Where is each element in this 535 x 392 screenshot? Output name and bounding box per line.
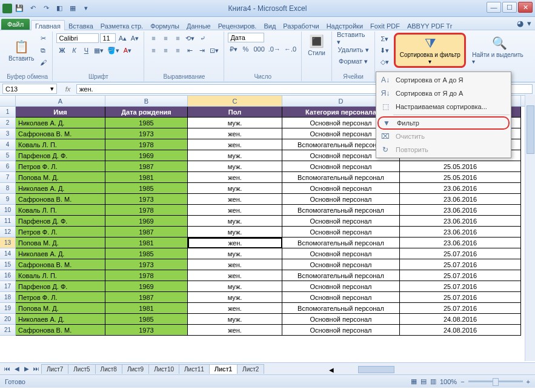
header-cell[interactable]: Имя (16, 107, 105, 118)
fill-icon[interactable]: ⬇▾ (379, 45, 390, 56)
row-header[interactable]: 15 (0, 259, 16, 270)
zoom-level[interactable]: 100% (440, 378, 457, 385)
help-icon[interactable]: ◕ (517, 19, 523, 28)
cell[interactable]: 1987 (105, 292, 188, 303)
cell[interactable]: Сафронова В. М. (16, 128, 105, 139)
cell[interactable]: 1978 (105, 270, 188, 281)
row-header[interactable]: 11 (0, 216, 16, 227)
cell[interactable]: муж. (188, 227, 282, 238)
underline-button[interactable]: Ч (81, 45, 91, 56)
row-header[interactable]: 16 (0, 270, 16, 281)
cut-icon[interactable]: ✂ (38, 33, 48, 44)
find-select-button[interactable]: 🔍Найти и выделить ▾ (470, 35, 529, 66)
redo-icon[interactable]: ↷ (40, 2, 52, 15)
cell[interactable]: Вспомогательный персонал (282, 303, 400, 314)
clear-icon[interactable]: ◇▾ (379, 56, 390, 67)
cell[interactable]: жен. (188, 139, 282, 150)
cell[interactable]: Сафронова В. М. (16, 194, 105, 205)
number-format-input[interactable] (228, 33, 264, 42)
inc-decimal-icon[interactable]: .0→ (267, 44, 282, 55)
cell[interactable]: 1978 (105, 205, 188, 216)
align-middle-icon[interactable]: ≡ (160, 33, 171, 44)
sheet-tab[interactable]: Лист8 (95, 364, 122, 374)
cell[interactable]: Вспомогательный персонал (282, 205, 400, 216)
scroll-thumb[interactable] (358, 366, 394, 373)
cell[interactable]: Основной персонал (282, 292, 400, 303)
qat-btn-5[interactable]: ▦ (67, 2, 79, 15)
sheet-tab[interactable]: Лист1 (209, 364, 238, 374)
col-header-a[interactable]: A (16, 96, 105, 106)
cell[interactable]: 25.07.2016 (400, 270, 521, 281)
format-cells-button[interactable]: Формат ▾ (336, 56, 371, 67)
cell[interactable]: Парфенов Д. Ф. (16, 150, 105, 161)
cell[interactable]: 25.07.2016 (400, 281, 521, 292)
cell[interactable]: Коваль Л. П. (16, 139, 105, 150)
tab-nav-last[interactable]: ⏭ (32, 365, 41, 372)
row-header[interactable]: 13 (0, 238, 16, 248)
cell[interactable]: 25.07.2016 (400, 303, 521, 314)
autosum-icon[interactable]: Σ▾ (379, 33, 390, 44)
cell[interactable]: 1987 (105, 227, 188, 238)
cell[interactable]: Попова М. Д. (16, 303, 105, 314)
cell[interactable]: 23.06.2016 (400, 227, 521, 238)
view-layout-icon[interactable]: ▤ (420, 377, 427, 385)
cell[interactable]: 1981 (105, 238, 188, 248)
dec-decimal-icon[interactable]: ←.0 (283, 44, 297, 55)
maximize-button[interactable]: ☐ (502, 2, 517, 13)
cell[interactable]: 25.07.2016 (400, 259, 521, 270)
tab-nav-first[interactable]: ⏮ (2, 365, 12, 372)
cell[interactable]: муж. (188, 281, 282, 292)
cell[interactable]: муж. (188, 216, 282, 227)
cell[interactable]: 24.08.2016 (400, 314, 521, 325)
col-header-c[interactable]: C (188, 96, 282, 106)
row-header[interactable]: 17 (0, 281, 16, 292)
custom-sort-item[interactable]: ⬚Настраиваемая сортировка... (377, 100, 510, 113)
row-header[interactable]: 2 (0, 118, 16, 128)
insert-cells-button[interactable]: Вставить ▾ (336, 33, 371, 44)
view-break-icon[interactable]: ▥ (430, 377, 436, 385)
row-header[interactable]: 3 (0, 128, 16, 139)
col-header-b[interactable]: B (105, 96, 188, 106)
cell[interactable]: Основной персонал (282, 194, 400, 205)
cell[interactable]: Основной персонал (282, 161, 400, 172)
row-header[interactable]: 8 (0, 183, 16, 194)
row-header[interactable]: 10 (0, 205, 16, 216)
cell[interactable]: Основной персонал (282, 248, 400, 259)
align-center-icon[interactable]: ≡ (160, 45, 171, 56)
cell[interactable]: 1981 (105, 303, 188, 314)
cell[interactable]: Основной персонал (282, 216, 400, 227)
cell[interactable]: Основной персонал (282, 259, 400, 270)
currency-icon[interactable]: ₽▾ (228, 44, 239, 55)
cell[interactable]: жен. (188, 259, 282, 270)
cell[interactable]: 1987 (105, 161, 188, 172)
align-top-icon[interactable]: ≡ (148, 33, 159, 44)
undo-icon[interactable]: ↶ (27, 2, 39, 15)
sheet-tab[interactable]: Лист10 (148, 364, 179, 374)
cell[interactable]: 25.05.2016 (400, 161, 521, 172)
zoom-in-icon[interactable]: + (527, 378, 530, 385)
sheet-tab[interactable]: Лист5 (68, 364, 95, 374)
cell[interactable]: муж. (188, 118, 282, 128)
cell[interactable]: муж. (188, 292, 282, 303)
sheet-tab[interactable]: Лист9 (122, 364, 149, 374)
save-icon[interactable]: 💾 (13, 2, 25, 15)
cell[interactable]: жен. (188, 270, 282, 281)
cell[interactable]: жен. (188, 325, 282, 336)
cell[interactable]: 1985 (105, 118, 188, 128)
row-header[interactable]: 6 (0, 161, 16, 172)
cell[interactable]: 1973 (105, 194, 188, 205)
row-header[interactable]: 14 (0, 248, 16, 259)
minimize-button[interactable]: — (487, 2, 501, 13)
cell[interactable]: 25.07.2016 (400, 292, 521, 303)
tab-nav-next[interactable]: ▶ (22, 365, 32, 372)
zoom-slider[interactable] (468, 380, 523, 382)
cell[interactable]: жен. (188, 303, 282, 314)
cell[interactable]: Основной персонал (282, 281, 400, 292)
bold-button[interactable]: Ж (56, 45, 67, 56)
cell[interactable]: Вспомогательный персонал (282, 238, 400, 248)
cell[interactable]: 25.05.2016 (400, 172, 521, 183)
row-header[interactable]: 9 (0, 194, 16, 205)
comma-icon[interactable]: 000 (252, 44, 265, 55)
cell[interactable]: 25.07.2016 (400, 248, 521, 259)
cell[interactable]: 23.06.2016 (400, 194, 521, 205)
